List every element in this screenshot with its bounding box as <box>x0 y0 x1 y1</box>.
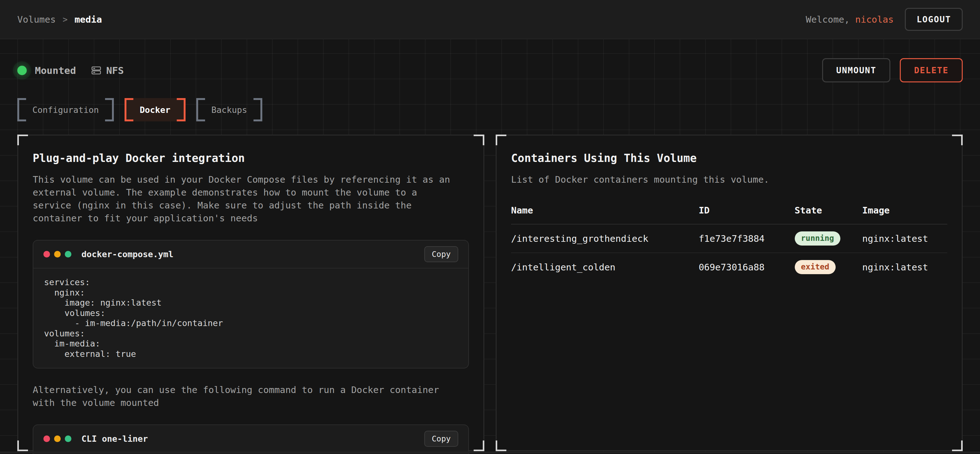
container-id: 069e73016a88 <box>698 262 794 273</box>
containers-panel-subtitle: List of Docker containers mounting this … <box>511 173 939 186</box>
compose-filename: docker-compose.yml <box>81 249 173 259</box>
volume-status: Mounted NFS <box>17 65 124 76</box>
status-row: Mounted NFS UNMOUNT DELETE <box>0 39 980 83</box>
logout-button[interactable]: LOGOUT <box>905 8 963 31</box>
container-name: /intelligent_colden <box>511 262 698 273</box>
traffic-light-green-icon <box>65 251 72 257</box>
containers-table: Name ID State Image /interesting_grothen… <box>511 205 947 281</box>
container-state: exited <box>795 260 862 274</box>
welcome-prefix: Welcome, <box>806 14 850 25</box>
panels-row: Plug-and-play Docker integration This vo… <box>0 121 980 451</box>
docker-panel-description: This volume can be used in your Docker C… <box>33 173 460 225</box>
volume-actions: UNMOUNT DELETE <box>822 58 963 83</box>
breadcrumb-volumes-link[interactable]: Volumes <box>17 14 56 25</box>
compose-code-content: services: nginx: image: nginx:latest vol… <box>33 268 468 368</box>
docker-panel-title: Plug-and-play Docker integration <box>33 152 469 164</box>
traffic-light-red-icon <box>43 251 50 257</box>
cli-alternative-text: Alternatively, you can use the following… <box>33 384 460 410</box>
column-header-image: Image <box>862 205 947 216</box>
terminal-traffic-lights <box>43 251 72 257</box>
cli-copy-button[interactable]: Copy <box>424 431 458 447</box>
mounted-status-label: Mounted <box>35 65 76 76</box>
server-stack-icon <box>91 65 102 76</box>
panel-corner-bracket <box>496 440 506 451</box>
column-header-name: Name <box>511 205 698 216</box>
traffic-light-red-icon <box>43 435 50 442</box>
terminal-traffic-lights <box>43 435 72 442</box>
container-state: running <box>795 232 862 246</box>
container-image: nginx:latest <box>862 233 947 244</box>
docker-integration-panel: Plug-and-play Docker integration This vo… <box>17 135 484 451</box>
containers-panel: Containers Using This Volume List of Doc… <box>496 135 963 451</box>
tab-backups[interactable]: Backups <box>196 98 262 121</box>
compose-code-header: docker-compose.yml Copy <box>33 241 468 268</box>
status-badge-running: running <box>795 232 840 246</box>
content-area: Mounted NFS UNMOUNT DELETE Configuration… <box>0 39 980 453</box>
container-id: f1e73e7f3884 <box>698 233 794 244</box>
compose-code-block: docker-compose.yml Copy services: nginx:… <box>33 240 469 368</box>
top-bar: Volumes > media Welcome, nicolas LOGOUT <box>0 0 980 39</box>
mounted-status-dot-icon <box>17 66 27 75</box>
traffic-light-green-icon <box>65 435 72 442</box>
panel-corner-bracket <box>17 135 28 145</box>
user-area: Welcome, nicolas LOGOUT <box>806 8 963 31</box>
container-row: /intelligent_colden 069e73016a88 exited … <box>511 252 947 281</box>
tab-bar: Configuration Docker Backups <box>0 83 980 121</box>
column-header-state: State <box>795 205 862 216</box>
panel-corner-bracket <box>496 135 506 145</box>
status-badge-exited: exited <box>795 260 836 274</box>
containers-table-header: Name ID State Image <box>511 205 947 224</box>
breadcrumb: Volumes > media <box>17 14 102 25</box>
container-row: /interesting_grothendieck f1e73e7f3884 r… <box>511 224 947 252</box>
cli-block-title: CLI one-liner <box>81 434 148 444</box>
breadcrumb-separator: > <box>63 15 68 24</box>
panel-corner-bracket <box>952 440 963 451</box>
column-header-id: ID <box>698 205 794 216</box>
tab-configuration[interactable]: Configuration <box>17 98 114 121</box>
panel-corner-bracket <box>474 440 484 451</box>
delete-button[interactable]: DELETE <box>900 58 963 83</box>
username: nicolas <box>855 14 894 25</box>
unmount-button[interactable]: UNMOUNT <box>822 58 891 83</box>
cli-code-block: CLI one-liner Copy docker run -v im-medi… <box>33 424 469 454</box>
container-image: nginx:latest <box>862 262 947 273</box>
tab-docker[interactable]: Docker <box>124 98 186 121</box>
compose-copy-button[interactable]: Copy <box>424 246 458 262</box>
panel-corner-bracket <box>952 135 963 145</box>
breadcrumb-current-volume: media <box>75 14 102 25</box>
welcome-text: Welcome, nicolas <box>806 14 894 25</box>
traffic-light-amber-icon <box>54 251 61 257</box>
containers-panel-title: Containers Using This Volume <box>511 152 947 164</box>
cli-code-header: CLI one-liner Copy <box>33 425 468 453</box>
bottom-edge-sliver <box>0 451 980 453</box>
container-name: /interesting_grothendieck <box>511 233 698 244</box>
panel-corner-bracket <box>17 440 28 451</box>
filesystem-type-label: NFS <box>106 65 124 76</box>
panel-corner-bracket <box>474 135 484 145</box>
traffic-light-amber-icon <box>54 435 61 442</box>
